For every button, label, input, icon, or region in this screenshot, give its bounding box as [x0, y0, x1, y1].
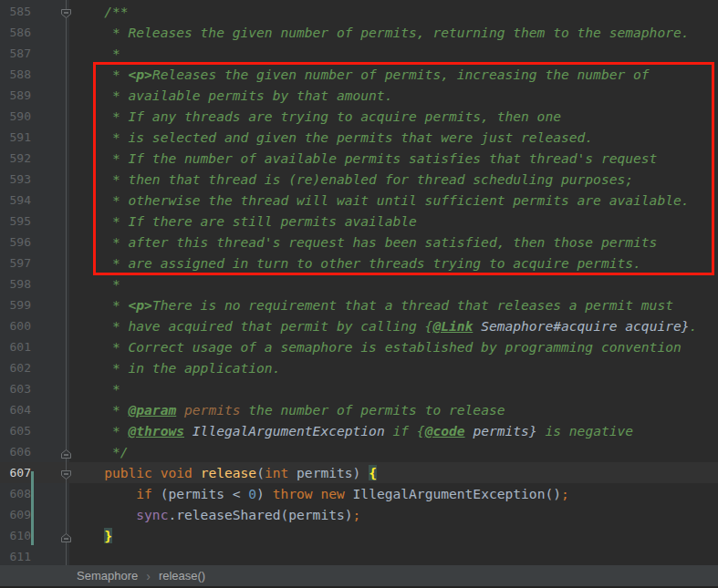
code-line[interactable]: * available permits by that amount. — [31, 85, 718, 106]
editor-row: 591 * is selected and given the permits … — [0, 127, 718, 148]
code-line[interactable]: * If the number of available permits sat… — [31, 148, 718, 169]
code-token: permits — [184, 402, 241, 418]
line-number: 593 — [0, 172, 31, 186]
code-token: * If the number of available permits sat… — [72, 150, 657, 166]
line-number: 588 — [0, 67, 31, 81]
code-token: @Link — [432, 318, 473, 334]
code-line[interactable]: * @param permits the number of permits t… — [31, 399, 718, 420]
editor-row: 605 * @throws IllegalArgumentException i… — [0, 420, 718, 441]
line-number: 610 — [0, 529, 31, 542]
line-number: 590 — [0, 109, 31, 123]
line-number: 587 — [0, 46, 31, 60]
fold-marker-start-icon[interactable] — [60, 467, 72, 478]
code-line[interactable]: */ — [31, 441, 718, 462]
code-token: * — [72, 46, 120, 61]
code-token: if — [136, 486, 152, 501]
editor-row: 588 * <p>Releases the given number of pe… — [0, 64, 718, 85]
code-line[interactable]: public void release(int permits) { — [31, 462, 718, 483]
code-line[interactable]: * — [31, 43, 718, 64]
code-token — [72, 507, 136, 522]
breadcrumb-method[interactable]: release() — [159, 569, 205, 583]
code-token: void — [161, 465, 193, 480]
editor-row: 602 * in the application. — [0, 357, 718, 378]
code-line[interactable]: } — [31, 525, 718, 546]
code-token: * — [72, 276, 120, 292]
code-token: @param — [129, 402, 177, 418]
code-line[interactable]: * Releases the given number of permits, … — [31, 22, 718, 43]
line-number: 606 — [0, 445, 31, 459]
code-line[interactable]: * in the application. — [31, 357, 718, 378]
editor-row: 601 * Correct usage of a semaphore is es… — [0, 336, 718, 357]
line-number: 598 — [0, 277, 31, 291]
fold-marker-end-icon[interactable] — [60, 446, 72, 457]
fold-marker-end-icon[interactable] — [60, 530, 72, 541]
code-token: IllegalArgumentException() — [345, 486, 561, 501]
code-token: (permits < — [152, 486, 248, 501]
code-line[interactable]: * If any threads are trying to acquire p… — [31, 106, 718, 127]
code-token: ; — [561, 486, 569, 501]
editor-row: 597 * are assigned in turn to other thre… — [0, 253, 718, 273]
code-token: the number of permits to release — [241, 402, 505, 418]
code-line[interactable]: * Correct usage of a semaphore is establ… — [31, 336, 718, 357]
code-line[interactable]: /** — [31, 1, 718, 22]
code-line[interactable]: * then that thread is (re)enabled for th… — [31, 169, 718, 190]
code-line[interactable]: * If there are still permits available — [31, 211, 718, 232]
gutter-separator-line — [66, 0, 67, 565]
code-line[interactable]: sync.releaseShared(permits); — [31, 504, 718, 525]
line-number: 605 — [0, 424, 31, 438]
line-number: 596 — [0, 235, 31, 249]
code-token: * If any threads are trying to acquire p… — [72, 108, 561, 124]
code-line[interactable]: * <p>There is no requirement that a thre… — [31, 294, 718, 315]
editor-row: 593 * then that thread is (re)enabled fo… — [0, 169, 718, 190]
code-token — [176, 402, 184, 418]
line-number: 604 — [0, 403, 31, 417]
code-token: int — [265, 465, 288, 480]
code-token: @throws — [129, 423, 185, 438]
code-token: Semaphore#acquire acquire} — [481, 318, 689, 334]
code-token — [152, 465, 161, 480]
code-line[interactable]: * — [31, 378, 718, 399]
line-number: 594 — [0, 193, 31, 207]
editor-row: 611 — [0, 546, 718, 565]
code-token: * — [72, 67, 129, 82]
code-token: . — [690, 318, 698, 334]
editor-row: 604 * @param permits the number of permi… — [0, 399, 718, 420]
code-token: */ — [72, 444, 129, 459]
code-token: /** — [72, 4, 129, 19]
line-number: 603 — [0, 382, 31, 396]
code-line[interactable]: * — [31, 273, 718, 294]
code-token: sync — [136, 507, 168, 522]
code-line[interactable]: * after this thread's request has been s… — [31, 232, 718, 253]
code-line[interactable]: * is selected and given the permits that… — [31, 127, 718, 148]
editor-row: 590 * If any threads are trying to acqui… — [0, 106, 718, 127]
code-line[interactable]: * <p>Releases the given number of permit… — [31, 64, 718, 85]
code-token: if { — [385, 423, 425, 438]
code-token: permits} — [473, 423, 536, 438]
line-number: 609 — [0, 508, 31, 521]
code-line[interactable]: if (permits < 0) throw new IllegalArgume… — [31, 483, 718, 504]
code-token: * is selected and given the permits that… — [72, 129, 593, 145]
code-token: is negative — [537, 423, 633, 438]
code-token: * — [72, 381, 120, 397]
code-token — [473, 318, 481, 334]
editor-row: 595 * If there are still permits availab… — [0, 211, 718, 232]
code-token: throw — [273, 486, 313, 501]
code-line[interactable]: * @throws IllegalArgumentException if {@… — [31, 420, 718, 441]
line-number: 589 — [0, 88, 31, 102]
code-token: * in the application. — [72, 360, 280, 376]
breadcrumb-class[interactable]: Semaphore — [77, 569, 138, 583]
line-number: 585 — [0, 5, 31, 18]
code-token: * available permits by that amount. — [72, 88, 392, 103]
chevron-right-icon: › — [146, 569, 151, 583]
code-token: * otherwise the thread will wait until s… — [72, 192, 690, 208]
code-token: release — [201, 465, 257, 480]
code-line[interactable]: * are assigned in turn to other threads … — [31, 253, 718, 273]
code-editor: 585 /**586 * Releases the given number o… — [0, 0, 718, 565]
code-token: public — [104, 465, 152, 480]
fold-marker-start-icon[interactable] — [60, 5, 72, 16]
code-token: * Correct usage of a semaphore is establ… — [72, 339, 682, 355]
code-line[interactable]: * have acquired that permit by calling {… — [31, 315, 718, 336]
editor-row: 606 */ — [0, 441, 718, 462]
code-token — [72, 486, 136, 501]
code-line[interactable]: * otherwise the thread will wait until s… — [31, 190, 718, 211]
